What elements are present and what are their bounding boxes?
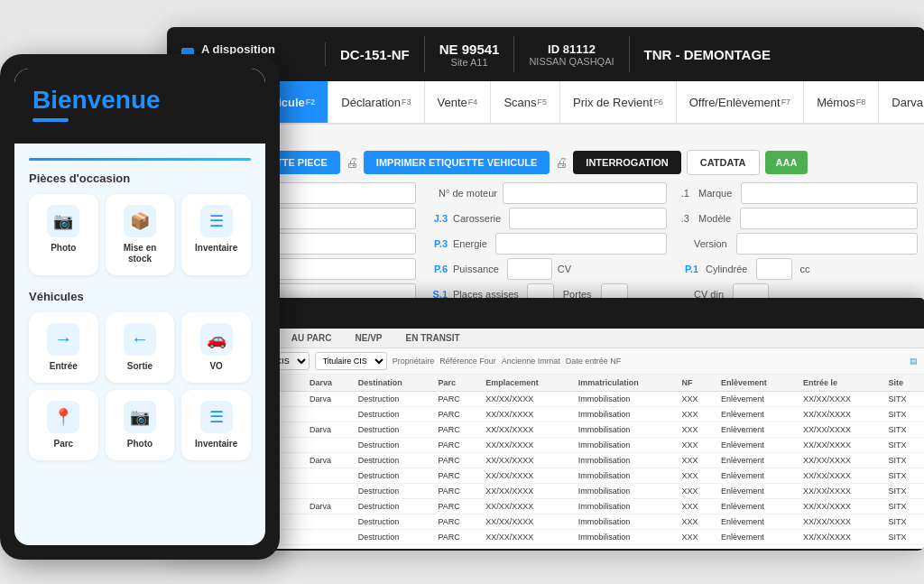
- row-enlevement: Enlèvement: [716, 468, 798, 484]
- row-destination: Destruction: [353, 392, 433, 407]
- mobile-card-vo[interactable]: 🚗 VO: [181, 312, 251, 383]
- tab-prix-revient[interactable]: Prix de RevientF6: [560, 81, 677, 123]
- row-immatriculation: Immobilisation: [573, 484, 677, 499]
- table-row[interactable]: A la vente Darva Destruction PARC XX/XX/…: [194, 422, 924, 438]
- row-darva: Darva: [304, 422, 353, 438]
- row-entree: XX/XX/XXXX: [798, 468, 882, 484]
- mobile-card-sortie[interactable]: ← Sortie: [106, 312, 175, 383]
- row-destination: Destruction: [353, 407, 433, 422]
- mobile-card-parc[interactable]: 📍 Parc: [29, 390, 98, 460]
- row-entree: XX/XX/XXXX: [798, 514, 882, 530]
- field-cylindree: P.1 Cylindrée cc: [676, 258, 918, 280]
- table-row[interactable]: Infirmé de Vect Destruction PARC XX/XX/X…: [194, 530, 924, 545]
- table-row[interactable]: Erreur Darva Destruction PARC XX/XX/XXXX…: [194, 453, 924, 468]
- dossier-tab-en-transit[interactable]: EN TRANSIT: [395, 329, 471, 348]
- dossiers-header: ≡ Dossiers: [194, 298, 924, 329]
- tab-darva[interactable]: DarvaF9: [879, 81, 924, 123]
- input-cylindree[interactable]: [756, 258, 792, 280]
- row-nf: XXX: [677, 530, 716, 545]
- row-destination: Destruction: [353, 545, 433, 547]
- row-site: SITX: [882, 484, 924, 499]
- table-row[interactable]: A disposition Darva Destruction PARC XX/…: [194, 392, 924, 407]
- dossiers-panel: ≡ Dossiers EN GESTION AU PARC NE/VP EN T…: [194, 298, 924, 551]
- row-enlevement: Enlèvement: [716, 484, 798, 499]
- input-marque[interactable]: [741, 182, 918, 204]
- ref2-main: NE 99541: [439, 42, 500, 57]
- row-parc: PARC: [432, 530, 480, 545]
- tab-memos[interactable]: MémosF8: [804, 81, 879, 123]
- row-entree: XX/XX/XXXX: [798, 530, 882, 545]
- mobile-card-photo-vehicule[interactable]: 📷 Photo: [106, 390, 175, 460]
- input-p6-puissance[interactable]: [507, 258, 552, 280]
- row-immatriculation: Immobilisation: [573, 530, 677, 545]
- mobile-card-inventaire[interactable]: ☰ Inventaire: [181, 194, 251, 275]
- tab-vente[interactable]: VenteF4: [425, 81, 492, 123]
- row-immatriculation: Immobilisation: [573, 545, 677, 547]
- col-emplacement: Emplacement: [480, 375, 572, 392]
- row-enlevement: Enlèvement: [716, 530, 798, 545]
- vo-icon: 🚗: [200, 323, 233, 356]
- col-enlevement: Enlèvement: [716, 375, 798, 392]
- table-row[interactable]: Vendu Destruction PARC XX/XX/XXXX Immobi…: [194, 514, 924, 530]
- select-j3-carrosserie[interactable]: [509, 208, 667, 229]
- filter-numl-entree: ▤: [910, 357, 918, 366]
- mobile-card-entree[interactable]: → Entrée: [29, 312, 98, 383]
- row-emplacement: XX/XX/XXXX: [480, 545, 572, 547]
- input-version[interactable]: [736, 233, 918, 255]
- input-no-moteur[interactable]: [503, 182, 667, 204]
- row-destination: Destruction: [353, 468, 433, 484]
- dossiers-table-container[interactable]: Etat Darva Destination Parc Emplacement …: [194, 375, 924, 546]
- ref3-sub: NISSAN QASHQAI: [529, 56, 614, 67]
- btn-interrogation[interactable]: INTERROGATION: [573, 151, 680, 174]
- app-content: VÉHICULE IMPRIMER ETIQUETTE PIECE 🖨 IMPR…: [167, 125, 924, 551]
- dossiers-table: Etat Darva Destination Parc Emplacement …: [194, 375, 924, 546]
- row-emplacement: XX/XX/XXXX: [480, 453, 572, 468]
- field-modele: .3 Modèle: [676, 208, 918, 229]
- desktop-app: A disposition Màd le 03/05/23 DC-151-NF …: [167, 27, 924, 551]
- table-row[interactable]: Erreur Darva Destruction PARC XX/XX/XXXX…: [194, 499, 924, 514]
- btn-catdata[interactable]: CATDATA: [687, 150, 760, 175]
- table-row[interactable]: Vendu Destruction PARC XX/XX/XXXX Immobi…: [194, 545, 924, 547]
- table-row[interactable]: Réservé Destruction PARC XX/XX/XXXX Immo…: [194, 407, 924, 422]
- row-nf: XXX: [677, 514, 716, 530]
- vehicules-grid: → Entrée ← Sortie 🚗 VO 📍 Parc 📷 Pho: [29, 312, 251, 460]
- input-modele[interactable]: [740, 208, 918, 229]
- select-p3-energie[interactable]: [495, 233, 667, 255]
- filter-label-ancienne-immat: Ancienne Immat: [502, 357, 560, 366]
- row-immatriculation: Immobilisation: [573, 438, 677, 453]
- mobile-card-photo[interactable]: 📷 Photo: [29, 194, 98, 275]
- table-row[interactable]: Erreur Destruction PARC XX/XX/XXXX Immob…: [194, 468, 924, 484]
- filter-titulaire-cis[interactable]: Titulaire CIS: [315, 352, 387, 370]
- inventaire-vehicule-label: Inventaire: [195, 439, 237, 450]
- tab-declaration[interactable]: DéclarationF3: [328, 81, 424, 123]
- box-icon: 📦: [124, 205, 156, 237]
- row-nf: XXX: [677, 499, 716, 514]
- dossier-tab-ne-vp[interactable]: NE/VP: [345, 329, 393, 348]
- entree-icon: →: [47, 323, 79, 356]
- row-nf: XXX: [677, 484, 716, 499]
- row-parc: PARC: [432, 545, 480, 547]
- mobile-card-inventaire-vehicule[interactable]: ☰ Inventaire: [181, 390, 251, 460]
- row-entree: XX/XX/XXXX: [798, 422, 882, 438]
- row-site: SITX: [882, 530, 924, 545]
- dossier-tab-au-parc[interactable]: AU PARC: [281, 329, 343, 348]
- btn-print-vehicle[interactable]: IMPRIMER ETIQUETTE VEHICULE: [364, 151, 550, 174]
- header-div-2: [513, 36, 514, 72]
- btn-aaa[interactable]: AAA: [765, 151, 808, 174]
- row-parc: PARC: [432, 484, 480, 499]
- field-marque: .1 Marque: [676, 182, 918, 204]
- row-darva: Darva: [304, 499, 353, 514]
- mobile-card-mise-en-stock[interactable]: 📦 Mise en stock: [106, 194, 175, 275]
- row-parc: PARC: [432, 438, 480, 453]
- col-darva: Darva: [304, 375, 353, 392]
- tab-offre[interactable]: Offre/EnlèvementF7: [677, 81, 804, 123]
- table-row[interactable]: Vendu Destruction PARC XX/XX/XXXX Immobi…: [194, 484, 924, 499]
- table-row[interactable]: Erreur Destruction PARC XX/XX/XXXX Immob…: [194, 438, 924, 453]
- photo-vehicule-icon: 📷: [124, 401, 156, 433]
- photo-vehicule-label: Photo: [127, 439, 152, 450]
- inventaire-label: Inventaire: [195, 243, 237, 254]
- row-destination: Destruction: [353, 422, 433, 438]
- row-entree: XX/XX/XXXX: [798, 407, 882, 422]
- row-nf: XXX: [677, 453, 716, 468]
- tab-scans[interactable]: ScansF5: [491, 81, 560, 123]
